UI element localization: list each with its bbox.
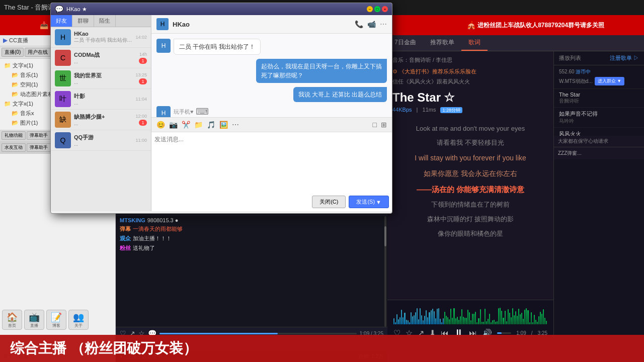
scrollbar-thumb[interactable]: [384, 226, 386, 246]
cc-input-area: 关闭(C) 发送(S) ▼: [151, 132, 392, 212]
contact-last-msg: ...: [74, 79, 132, 85]
btn-gift[interactable]: 礼物功能: [2, 131, 26, 140]
folder-label: 音乐x: [20, 110, 34, 117]
fullscreen-chat-icon[interactable]: ⊞: [380, 120, 388, 130]
message-bubble-right: 我说 大哥上 还算比 出题么总结: [293, 87, 387, 102]
lyric-line: 像你的眼睛和橘色的星: [392, 227, 548, 241]
cc-message-input[interactable]: [154, 135, 389, 194]
contact-item[interactable]: Q QQ手游 ... 11:00: [51, 130, 151, 151]
contact-info: 我的世界至 ...: [74, 72, 132, 85]
bottom-title-bar: 综合主播 （粉丝团破万女装）: [0, 335, 644, 362]
more-tools-btn[interactable]: ⋯: [231, 120, 240, 130]
image-btn[interactable]: 🖼️: [218, 120, 229, 130]
icon-stream[interactable]: 📺直播: [24, 310, 44, 330]
tab-groups[interactable]: 群聊: [72, 15, 94, 27]
folder-icon: 📂: [12, 81, 19, 88]
music-progress-fill: [497, 332, 502, 334]
screenshot-btn[interactable]: 📷: [168, 120, 179, 130]
close-btn[interactable]: ×: [382, 6, 388, 12]
btn-water[interactable]: 水友互动: [2, 143, 26, 152]
lyric-line: 请看着我 不要轻移目光: [392, 136, 548, 150]
track-artist: 马吟吟: [559, 118, 639, 125]
left-panel-title: CC直播: [9, 37, 28, 44]
cc-logo-icon: 💬: [55, 5, 63, 13]
file-btn[interactable]: 📁: [193, 120, 204, 130]
cc-contact-tabs: 好友 群聊 陌生: [51, 15, 151, 27]
contact-name: CODMa战: [74, 51, 136, 59]
side-notification: 大家都在保守心动请求 ZZZ弹窗...: [553, 136, 644, 159]
download-icon: 📥: [40, 21, 48, 29]
song-time-display: 11ms: [423, 107, 436, 113]
btn-danmu[interactable]: 弹幕助手: [27, 131, 51, 140]
video-icon[interactable]: 📹: [367, 20, 376, 28]
playlist-item[interactable]: 如果声音不记得 马吟吟: [554, 108, 644, 128]
contact-info: CODMa战 ...: [74, 51, 136, 64]
tab-lyrics[interactable]: 歌词: [461, 35, 488, 51]
contact-info: 叶影 ...: [74, 93, 132, 106]
close-chat-btn[interactable]: 关闭(C): [312, 196, 346, 208]
music-sidebar-header: 播放列表 注册歌单 ▷: [554, 51, 644, 65]
sidebar-playlist-label: 播放列表: [559, 54, 581, 62]
chat-scrollbar[interactable]: [384, 216, 386, 327]
music-promo: 信任《风风火火》跟着风风火火: [392, 77, 548, 86]
contact-item[interactable]: 缺 缺胳膊少腿+ ... 12:00 1: [51, 110, 151, 130]
contact-item[interactable]: H HKao 二员 干你在吗 我出站你了！ 14:02: [51, 27, 151, 48]
contact-item[interactable]: 世 我的世界至 ... 13:25 1: [51, 68, 151, 89]
transfer-btn[interactable]: 进入群众 ▼: [595, 77, 624, 85]
player-waveform: [393, 304, 547, 324]
lyric-line: 如果你愿意 我会永远在你左右: [392, 166, 548, 182]
lyric-line: 森林中沉睡的灯 披照舞动的影: [392, 212, 548, 227]
chat-username: MTSKING: [120, 217, 145, 223]
contact-last-msg: ...: [74, 121, 132, 126]
contact-name: QQ手游: [74, 134, 132, 141]
tab-friends[interactable]: 好友: [51, 15, 72, 27]
music-recommend-badge: ⚙ 《大造打书》推荐乐乐乐乐脸在: [392, 68, 476, 74]
more-icon[interactable]: ⋯: [380, 20, 387, 28]
minimize-btn[interactable]: −: [367, 6, 373, 12]
music-star-icon[interactable]: ☆: [444, 90, 455, 105]
call-icon[interactable]: 📞: [355, 20, 363, 28]
contact-time: 14h: [139, 52, 147, 57]
emoji-btn[interactable]: 😊: [155, 120, 166, 130]
music-btn[interactable]: 🎵: [206, 120, 216, 130]
folder-icon: 📂: [12, 110, 19, 117]
contact-avatar: 叶: [55, 91, 71, 107]
minimize-chat-icon[interactable]: □: [372, 120, 378, 130]
sidebar-info: 552.60 游币中 W.MTS弱劲d... 进入群众 ▼: [554, 65, 644, 89]
chat-username: 观众: [120, 235, 131, 242]
msg-sender-avatar: H: [156, 39, 171, 53]
contact-info: QQ手游 ...: [74, 134, 132, 147]
tab-playlist[interactable]: 推荐歌单: [423, 35, 461, 51]
cut-btn[interactable]: ✂️: [181, 120, 191, 130]
chat-text: 9808015.3 ●: [147, 217, 179, 223]
transfer-controls: W.MTS弱劲d... 进入群众 ▼: [559, 77, 639, 85]
tab-live[interactable]: 直播(0): [2, 48, 24, 57]
banner-text-4: 进粉丝团上车战队收人878879204群号请多关照: [477, 21, 604, 30]
chat-text: 加油主播！！！: [133, 235, 172, 242]
contact-item[interactable]: 叶 叶影 ... 11:04: [51, 89, 151, 110]
stream-progress[interactable]: [159, 333, 357, 334]
tab-strangers[interactable]: 陌生: [94, 15, 116, 27]
banner-item-4[interactable]: 🎪 进粉丝团上车战队收人878879204群号请多关照: [467, 21, 604, 30]
maximize-btn[interactable]: □: [374, 6, 380, 12]
cc-window: 💬 HKao ★ − □ × 好友 群聊 陌生 H HKao 二员 干你在吗 我…: [50, 3, 392, 214]
music-progress[interactable]: [497, 332, 511, 334]
icon-blog[interactable]: 📝博客: [46, 310, 66, 330]
contact-last-msg: ...: [74, 141, 132, 147]
icon-fans[interactable]: 👥关于: [68, 310, 89, 330]
icon-home[interactable]: 🏠首页: [2, 310, 22, 330]
lyric-line: 下领到的情绪血在了的树前: [392, 198, 548, 212]
send-btn-label: 发送(S): [356, 198, 375, 206]
contact-item[interactable]: C CODMa战 ... 14h 1: [51, 48, 151, 68]
folder-icon: 📁: [4, 101, 11, 107]
send-message-btn[interactable]: 发送(S) ▼: [349, 196, 389, 208]
music-title: The Star ☆: [392, 90, 548, 105]
tab-weekly[interactable]: 7日金曲: [387, 35, 423, 51]
tab-users[interactable]: 用户在线: [25, 48, 51, 57]
separator: |: [417, 107, 418, 113]
player-speed: 44KBps: [392, 107, 412, 113]
playlist-item[interactable]: The Star 音阙诗听: [554, 89, 644, 108]
notif-content: ZZZ弹窗...: [554, 147, 644, 159]
chat-text: 一滴春天的雨都能够: [133, 225, 183, 233]
btn-danmu2[interactable]: 弹幕助手: [27, 143, 51, 152]
